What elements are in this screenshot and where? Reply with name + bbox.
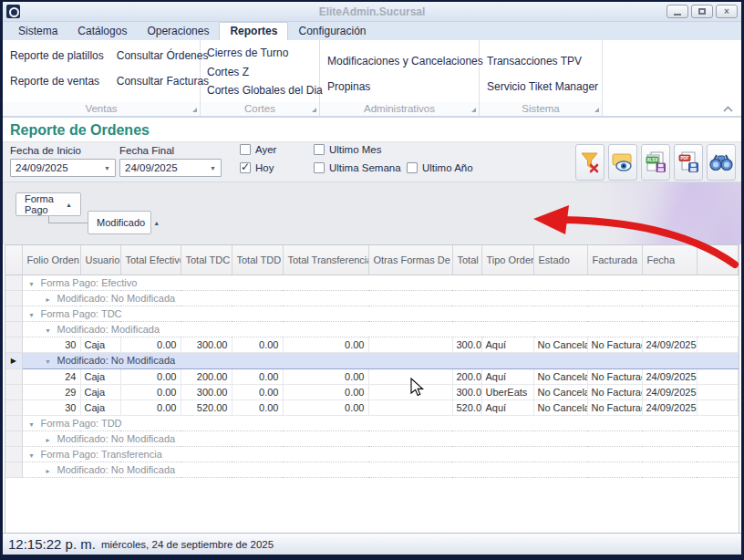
table-row[interactable]: 30 Caja 0.00 300.00 0.00 0.00 300.00 Aqu… bbox=[5, 337, 739, 352]
ribbon-collapse-icon[interactable] bbox=[723, 106, 733, 112]
fecha-final-label: Fecha Final bbox=[119, 145, 174, 156]
menu-bar: Sistema Catálogos Operaciones Reportes C… bbox=[3, 22, 741, 40]
checkbox-icon bbox=[407, 162, 418, 173]
maximize-button[interactable] bbox=[691, 5, 713, 18]
expand-icon[interactable]: ▸ bbox=[46, 296, 57, 304]
group-row[interactable]: ▾Forma Pago: Efectivo bbox=[5, 275, 739, 290]
col-tipo-orden[interactable]: Tipo Orden bbox=[481, 245, 533, 275]
ribbon-group-sistema: Transacciones TPV Servicio Tiket Manager… bbox=[480, 40, 603, 116]
export-excel-button[interactable]: XLSX bbox=[641, 144, 670, 181]
col-total-transferencia[interactable]: Total Transferencia bbox=[283, 245, 368, 275]
row-indicator-header bbox=[5, 245, 22, 275]
collapse-icon[interactable]: ▾ bbox=[30, 420, 41, 429]
ribbon-item-cortes-globales[interactable]: Cortes Globales del Dia bbox=[207, 81, 319, 100]
filter-clear-icon bbox=[580, 151, 600, 173]
collapse-icon[interactable]: ▾ bbox=[30, 311, 41, 319]
group-button-modificado[interactable]: Modificado ▲ bbox=[88, 211, 151, 234]
collapse-icon[interactable]: ▾ bbox=[46, 327, 57, 335]
col-total-efectivo[interactable]: Total Efectivo bbox=[120, 245, 181, 275]
group-row[interactable]: ▸Modificado: No Modificada bbox=[5, 290, 739, 306]
ribbon-item-servicio-tiket[interactable]: Servicio Tiket Manager bbox=[487, 74, 602, 99]
collapse-icon[interactable]: ▾ bbox=[30, 280, 41, 288]
status-date: miércoles, 24 de septiembre de 2025 bbox=[101, 539, 274, 550]
fecha-final-combo[interactable]: 24/09/2025 ▼ bbox=[119, 159, 222, 177]
checkbox-ultimo-mes[interactable]: Ultimo Mes bbox=[314, 144, 382, 155]
tab-reportes[interactable]: Reportes bbox=[219, 22, 288, 40]
application-window: EliteAdmin.Sucursal × Sistema Catálogos … bbox=[0, 0, 744, 560]
tab-catalogos[interactable]: Catálogos bbox=[67, 23, 137, 40]
collapse-icon[interactable]: ▾ bbox=[30, 451, 41, 460]
ribbon-caption-ventas: Ventas bbox=[3, 102, 200, 116]
chevron-down-icon: ▼ bbox=[210, 165, 216, 171]
group-row[interactable]: ▾Forma Pago: TDD bbox=[5, 415, 739, 430]
close-button[interactable]: × bbox=[716, 5, 738, 18]
fecha-inicio-combo[interactable]: 24/09/2025 ▼ bbox=[10, 159, 116, 177]
dialog-launcher-icon[interactable] bbox=[192, 108, 197, 112]
group-by-panel: Forma Pago ▲ Modificado ▲ bbox=[3, 181, 741, 244]
col-otras-formas[interactable]: Otras Formas De Pago bbox=[368, 245, 452, 275]
table-row[interactable]: 30 Caja 0.00 520.00 0.00 0.00 520.00 Aqu… bbox=[5, 399, 739, 415]
status-bar: 12:15:22 p. m. miércoles, 24 de septiemb… bbox=[3, 533, 741, 555]
export-excel-icon: XLSX bbox=[645, 151, 666, 173]
page-title: Reporte de Ordenes bbox=[3, 118, 741, 141]
group-row-selected[interactable]: ▶ ▾Modificado: No Modificada bbox=[5, 352, 739, 368]
col-facturada[interactable]: Facturada bbox=[587, 245, 642, 275]
export-pdf-icon: PDF bbox=[677, 151, 699, 173]
group-row[interactable]: ▾Modificado: Modificada bbox=[5, 321, 739, 337]
group-row[interactable]: ▸Modificado: No Modificada bbox=[5, 461, 739, 477]
col-total-tdd[interactable]: Total TDD bbox=[232, 245, 283, 275]
ribbon-group-cortes: Cierres de Turno Cortes Z Cortes Globale… bbox=[201, 40, 320, 116]
dialog-launcher-icon[interactable] bbox=[594, 108, 599, 112]
ribbon-item-consultar-ordenes[interactable]: Consultar Órdenes bbox=[117, 49, 209, 62]
expand-icon[interactable]: ▸ bbox=[46, 467, 57, 475]
ribbon-item-propinas[interactable]: Propinas bbox=[327, 74, 479, 99]
ribbon-item-cierres-turno[interactable]: Cierres de Turno bbox=[207, 44, 319, 63]
minimize-button[interactable] bbox=[666, 5, 688, 18]
grid-header-row: Folio Orden Usuario Total Efectivo Total… bbox=[5, 245, 739, 275]
svg-text:PDF: PDF bbox=[680, 156, 688, 161]
ribbon-caption-administrativos: Administrativos bbox=[320, 102, 479, 116]
orders-grid: Folio Orden Usuario Total Efectivo Total… bbox=[5, 244, 739, 533]
sort-asc-icon: ▲ bbox=[66, 202, 72, 208]
col-folio-orden[interactable]: Folio Orden bbox=[22, 245, 80, 275]
ribbon: Reporte de platillos Consultar Órdenes R… bbox=[3, 40, 741, 118]
col-total-tdc[interactable]: Total TDC bbox=[181, 245, 232, 275]
tab-sistema[interactable]: Sistema bbox=[8, 23, 67, 40]
collapse-icon[interactable]: ▾ bbox=[46, 358, 57, 366]
col-total[interactable]: Total bbox=[452, 245, 481, 275]
ribbon-item-transacciones-tpv[interactable]: Transacciones TPV bbox=[487, 48, 602, 74]
export-pdf-button[interactable]: PDF bbox=[674, 144, 703, 181]
ribbon-group-administrativos: Modificaciones y Cancelaciones Propinas … bbox=[320, 40, 480, 116]
table-row[interactable]: 24 Caja 0.00 200.00 0.00 0.00 200.00 Aqu… bbox=[5, 368, 739, 384]
preview-icon bbox=[612, 151, 634, 173]
ribbon-item-modificaciones[interactable]: Modificaciones y Cancelaciones bbox=[327, 48, 479, 74]
ribbon-spacer bbox=[603, 40, 741, 116]
group-row[interactable]: ▸Modificado: No Modificada bbox=[5, 430, 739, 446]
checkbox-hoy[interactable]: ✓ Hoy bbox=[240, 162, 274, 173]
ribbon-item-cortes-z[interactable]: Cortes Z bbox=[207, 63, 319, 82]
group-row[interactable]: ▾Forma Pago: Transferencia bbox=[5, 446, 739, 461]
checkbox-ultimo-ano[interactable]: Ultimo Año bbox=[407, 162, 473, 173]
expand-icon[interactable]: ▸ bbox=[46, 436, 57, 444]
tab-configuracion[interactable]: Configuración bbox=[288, 23, 376, 40]
checkbox-ayer[interactable]: Ayer bbox=[240, 144, 276, 155]
report-toolbar: XLSX PDF bbox=[575, 144, 736, 181]
search-button[interactable] bbox=[707, 144, 736, 181]
clear-filter-button[interactable] bbox=[575, 144, 604, 181]
dialog-launcher-icon[interactable] bbox=[312, 108, 316, 112]
ribbon-item-consultar-facturas[interactable]: Consultar Facturas bbox=[117, 75, 209, 88]
window-title: EliteAdmin.Sucursal bbox=[3, 5, 741, 18]
dialog-launcher-icon[interactable] bbox=[471, 108, 476, 112]
tab-operaciones[interactable]: Operaciones bbox=[137, 23, 219, 40]
group-button-forma-pago[interactable]: Forma Pago ▲ bbox=[16, 192, 81, 216]
checkbox-ultima-semana[interactable]: Ultima Semana bbox=[314, 162, 401, 173]
print-preview-button[interactable] bbox=[608, 144, 637, 181]
chevron-down-icon: ▼ bbox=[104, 165, 110, 171]
group-row[interactable]: ▾Forma Pago: TDC bbox=[5, 306, 739, 321]
col-fecha[interactable]: Fecha bbox=[642, 245, 697, 275]
table-row[interactable]: 29 Caja 0.00 300.00 0.00 0.00 300.00 Ube… bbox=[5, 384, 739, 399]
ribbon-item-reporte-ventas[interactable]: Reporte de ventas bbox=[10, 75, 104, 88]
col-usuario[interactable]: Usuario bbox=[80, 245, 120, 275]
col-estado[interactable]: Estado bbox=[533, 245, 587, 275]
ribbon-item-reporte-platillos[interactable]: Reporte de platillos bbox=[10, 49, 104, 62]
